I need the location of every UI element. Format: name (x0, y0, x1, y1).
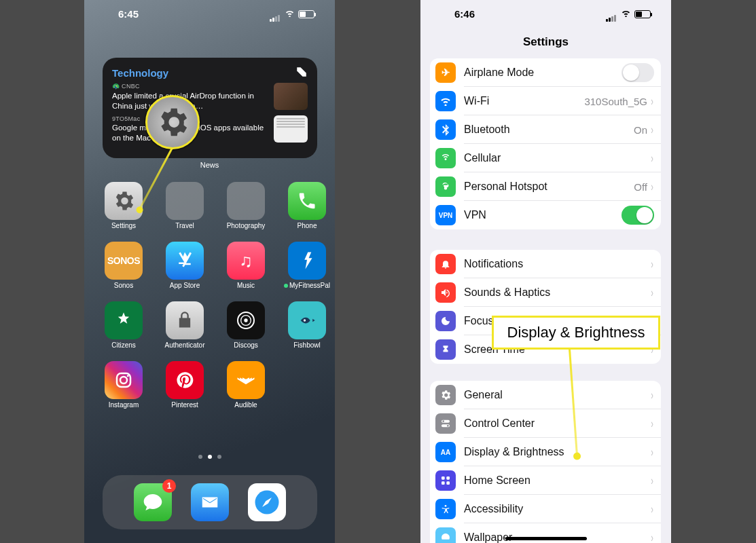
vpn-icon: VPN (435, 205, 456, 225)
chevron-right-icon: › (651, 123, 653, 137)
chevron-right-icon: › (651, 502, 653, 517)
page-dots[interactable] (84, 454, 335, 460)
cell-signal-icon (606, 10, 617, 18)
chevron-right-icon: › (651, 531, 653, 544)
switches-icon (435, 413, 456, 434)
status-bar: 6:46 (420, 5, 671, 26)
news-source: 🦚 CNBC (112, 83, 267, 91)
travel-folder[interactable]: Travel (164, 182, 206, 229)
settings-highlight (145, 95, 200, 149)
accessibility-icon (435, 499, 456, 519)
row-notifications[interactable]: Notifications › (430, 250, 661, 278)
wifi-icon (621, 10, 631, 18)
wifi-row-icon (435, 91, 456, 111)
chevron-right-icon: › (651, 445, 653, 460)
hourglass-icon (435, 339, 456, 360)
dock: 1 (103, 475, 317, 529)
messages-app[interactable]: 1 (134, 483, 172, 521)
status-bar: 6:45 (84, 5, 335, 26)
cell-signal-icon (270, 10, 281, 18)
row-display-brightness[interactable]: AA Display & Brightness › (430, 438, 661, 466)
myfitnesspal-app[interactable]: MyFitnessPal (286, 242, 328, 289)
apple-news-icon (295, 66, 308, 78)
grid-icon (435, 470, 456, 491)
settings-group-connectivity: ✈ Airplane Mode Wi-Fi 310South_5G › Blue… (430, 58, 661, 229)
hotspot-icon (435, 176, 456, 197)
right-phone-settings: 6:46 Settings ✈ Airplane Mode Wi-Fi 310S… (420, 0, 671, 543)
airplane-icon: ✈ (435, 62, 456, 83)
moon-icon (435, 311, 456, 331)
chevron-right-icon: › (651, 474, 653, 488)
svg-rect-12 (442, 476, 445, 480)
settings-group-general: General › Control Center › AA Display & … (430, 381, 661, 543)
discogs-app[interactable]: Discogs (225, 301, 267, 349)
news-thumbnail (274, 83, 308, 110)
display-brightness-callout: Display & Brightness (492, 316, 660, 350)
badge: 1 (162, 479, 176, 493)
appstore-app[interactable]: App Store (164, 242, 206, 289)
row-accessibility[interactable]: Accessibility › (430, 495, 661, 523)
svg-rect-14 (442, 481, 445, 485)
chevron-right-icon: › (651, 180, 653, 194)
svg-point-16 (445, 505, 447, 507)
svg-rect-13 (446, 476, 450, 480)
display-icon: AA (435, 442, 456, 462)
home-indicator[interactable] (505, 537, 587, 540)
row-vpn[interactable]: VPN VPN (430, 201, 661, 229)
svg-point-11 (447, 425, 449, 427)
row-bluetooth[interactable]: Bluetooth On › (430, 115, 661, 144)
bluetooth-icon (435, 119, 456, 140)
svg-point-2 (244, 318, 247, 322)
citizens-app[interactable]: Citizens (103, 301, 145, 349)
instagram-app[interactable]: Instagram (103, 361, 145, 409)
cellular-icon (435, 148, 456, 168)
row-control-center[interactable]: Control Center › (430, 409, 661, 438)
fishbowl-app[interactable]: Fishbowl (286, 301, 328, 349)
chevron-right-icon: › (651, 286, 653, 300)
safari-app[interactable] (248, 483, 286, 521)
photography-folder[interactable]: Photography (225, 182, 267, 229)
chevron-right-icon: › (651, 151, 653, 166)
sonos-app[interactable]: SONOS Sonos (103, 242, 145, 289)
battery-icon (298, 10, 314, 18)
airplane-toggle[interactable] (622, 63, 654, 82)
row-hotspot[interactable]: Personal Hotspot Off › (430, 172, 661, 201)
clock-time: 6:45 (118, 8, 139, 20)
row-cellular[interactable]: Cellular › (430, 144, 661, 172)
chevron-right-icon: › (651, 94, 653, 109)
chevron-right-icon: › (651, 388, 653, 402)
gear-icon (435, 385, 456, 405)
row-airplane-mode[interactable]: ✈ Airplane Mode (430, 58, 661, 87)
chevron-right-icon: › (651, 417, 653, 431)
svg-point-5 (120, 377, 127, 383)
row-sounds[interactable]: Sounds & Haptics › (430, 278, 661, 307)
app-grid: Settings Travel Photography Phone SONOS … (103, 182, 317, 409)
bell-icon (435, 254, 456, 274)
svg-point-3 (304, 319, 306, 321)
chevron-right-icon: › (651, 257, 653, 272)
row-home-screen[interactable]: Home Screen › (430, 466, 661, 495)
music-app[interactable]: ♫ Music (225, 242, 267, 289)
phone-app[interactable]: Phone (286, 182, 328, 229)
page-title: Settings (420, 35, 671, 49)
authenticator-app[interactable]: Authenticator (164, 301, 206, 349)
left-phone-homescreen: 6:45 Technology 🦚 CNBC Apple limited a c… (84, 0, 335, 543)
vpn-toggle[interactable] (622, 206, 654, 225)
svg-point-9 (442, 420, 444, 422)
news-thumbnail (274, 115, 308, 143)
wifi-icon (285, 10, 295, 18)
speaker-icon (435, 282, 456, 303)
pinterest-app[interactable]: Pinterest (164, 361, 206, 409)
row-general[interactable]: General › (430, 381, 661, 409)
battery-icon (634, 10, 651, 18)
wallpaper-icon (435, 527, 456, 543)
mail-app[interactable] (191, 483, 229, 521)
row-wifi[interactable]: Wi-Fi 310South_5G › (430, 87, 661, 115)
widget-category: Technology (112, 67, 308, 79)
svg-rect-15 (446, 481, 450, 485)
audible-app[interactable]: Audible (225, 361, 267, 409)
svg-point-6 (127, 375, 129, 377)
clock-time: 6:46 (454, 8, 475, 20)
news-widget[interactable]: Technology 🦚 CNBC Apple limited a crucia… (103, 58, 317, 158)
